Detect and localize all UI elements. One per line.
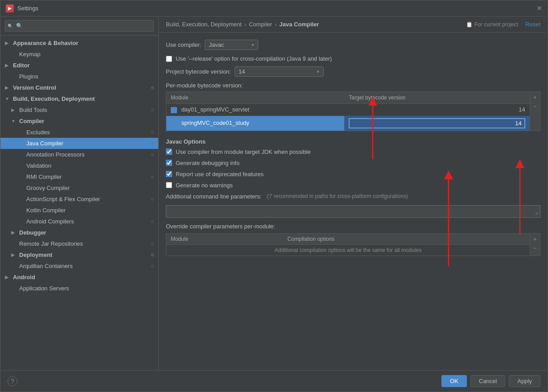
version-cell: 14 bbox=[344, 104, 529, 116]
close-button[interactable]: ✕ bbox=[536, 4, 542, 12]
sidebar-label-android-compilers: Android Compilers bbox=[26, 218, 74, 225]
sidebar-item-debugger[interactable]: ▶ Debugger bbox=[0, 227, 158, 238]
table-row-selected[interactable]: springMVC_code01_study bbox=[166, 116, 530, 131]
sidebar-label-rmi: RMI Compiler bbox=[26, 173, 62, 180]
sidebar-item-compiler[interactable]: ▼ Compiler bbox=[0, 116, 158, 127]
arrow-icon: ▶ bbox=[5, 41, 11, 45]
module-icon bbox=[171, 120, 177, 127]
sidebar-item-actionscript[interactable]: ActionScript & Flex Compiler ⎋ bbox=[0, 194, 158, 205]
sidebar-item-annotation[interactable]: Annotation Processors ⎋ bbox=[0, 149, 158, 160]
sidebar-item-application-servers[interactable]: Application Servers bbox=[0, 283, 158, 294]
expand-icon[interactable]: ⤢ bbox=[535, 211, 539, 216]
javac-opt-4-row: Generate no warnings bbox=[166, 182, 540, 189]
help-button[interactable]: ? bbox=[8, 376, 17, 386]
compiler-select[interactable]: Javac Eclipse Ajc bbox=[205, 40, 258, 50]
sidebar-label-editor: Editor bbox=[13, 62, 30, 69]
sidebar-item-excludes[interactable]: Excludes ⎋ bbox=[0, 127, 158, 138]
arrow-icon: ▼ bbox=[11, 119, 17, 124]
bytecode-select-wrap: 891011 12131415 bbox=[235, 66, 324, 77]
bytecode-version-select[interactable]: 891011 12131415 bbox=[235, 66, 324, 77]
arrow-icon: ▶ bbox=[11, 107, 17, 112]
sidebar-item-deployment[interactable]: ▶ Deployment ⎋ bbox=[0, 249, 158, 260]
ok-button[interactable]: OK bbox=[441, 375, 467, 387]
sidebar-item-appearance[interactable]: ▶ Appearance & Behavior bbox=[0, 37, 158, 49]
release-option-checkbox[interactable] bbox=[166, 56, 172, 62]
sidebar-item-keymap[interactable]: Keymap bbox=[0, 49, 158, 60]
sidebar-label-groovy: Groovy Compiler bbox=[26, 185, 70, 191]
additional-params-input[interactable] bbox=[166, 205, 540, 218]
remove-module-button[interactable]: − bbox=[531, 102, 539, 111]
reset-button[interactable]: Reset bbox=[525, 21, 540, 28]
sidebar-label-keymap: Keymap bbox=[19, 51, 41, 58]
content-area: ▶ Appearance & Behavior Keymap ▶ Editor … bbox=[0, 17, 548, 370]
override-empty-text: Additional compilation options will be t… bbox=[166, 244, 530, 256]
sidebar-label-application-servers: Application Servers bbox=[19, 285, 69, 292]
sidebar-item-build-execution[interactable]: ▼ Build, Execution, Deployment bbox=[0, 93, 158, 104]
version-cell-selected[interactable] bbox=[344, 116, 529, 131]
sidebar-item-version-control[interactable]: ▶ Version Control ⎋ bbox=[0, 82, 158, 93]
arrow-icon: ▶ bbox=[5, 85, 11, 90]
additional-params-wrap: ⤢ bbox=[166, 205, 540, 218]
javac-options-title: Javac Options bbox=[166, 138, 540, 145]
compiler-row: Use compiler: Javac Eclipse Ajc bbox=[166, 40, 540, 50]
override-options-col: Compilation options bbox=[283, 234, 530, 245]
sidebar-label-build-tools: Build Tools bbox=[19, 107, 47, 113]
external-icon: ⎋ bbox=[151, 197, 154, 202]
override-side-buttons: + − bbox=[530, 234, 540, 256]
external-icon: ⎋ bbox=[151, 252, 154, 257]
compiler-select-wrap: Javac Eclipse Ajc bbox=[205, 40, 258, 50]
sidebar-label-annotation: Annotation Processors bbox=[26, 151, 85, 158]
generate-no-warnings-checkbox[interactable] bbox=[166, 182, 172, 188]
add-override-button[interactable]: + bbox=[531, 235, 539, 243]
module-col-header: Module bbox=[166, 92, 344, 104]
use-compiler-module-checkbox[interactable] bbox=[166, 149, 172, 155]
sidebar-item-groovy[interactable]: Groovy Compiler bbox=[0, 182, 158, 194]
sidebar-label-plugins: Plugins bbox=[19, 73, 38, 80]
javac-opt-1-row: Use compiler from module target JDK when… bbox=[166, 149, 540, 155]
additional-params-hint: ('/' recommended in paths for cross-plat… bbox=[267, 193, 408, 199]
use-compiler-label: Use compiler: bbox=[166, 41, 201, 48]
external-icon: ⎋ bbox=[151, 174, 154, 179]
sidebar-item-editor[interactable]: ▶ Editor bbox=[0, 60, 158, 71]
javac-opt-4-label: Generate no warnings bbox=[176, 182, 233, 189]
search-input[interactable] bbox=[5, 20, 154, 32]
external-icon: ⎋ bbox=[151, 219, 154, 224]
module-table: Module Target bytecode version day01_spr… bbox=[166, 92, 530, 131]
module-table-wrapper: Module Target bytecode version day01_spr… bbox=[166, 91, 540, 131]
sidebar-item-validation[interactable]: Validation bbox=[0, 160, 158, 171]
javac-opt-2-label: Generate debugging info bbox=[176, 160, 239, 166]
release-option-row: Use '--release' option for cross-compila… bbox=[166, 55, 540, 62]
report-deprecated-checkbox[interactable] bbox=[166, 171, 172, 177]
table-side-buttons: + − bbox=[530, 92, 540, 131]
external-icon: ⎋ bbox=[151, 152, 154, 157]
sidebar-item-rmi[interactable]: RMI Compiler ⎋ bbox=[0, 171, 158, 182]
sidebar-item-java-compiler[interactable]: Java Compiler ⎋ bbox=[0, 138, 158, 149]
version-input[interactable] bbox=[349, 118, 525, 128]
sidebar-item-android[interactable]: ▶ Android bbox=[0, 272, 158, 283]
external-icon: ⎋ bbox=[151, 264, 154, 268]
cancel-button[interactable]: Cancel bbox=[470, 375, 505, 387]
apply-button[interactable]: Apply bbox=[509, 375, 540, 387]
sidebar-item-remote-jar[interactable]: Remote Jar Repositories ⎋ bbox=[0, 238, 158, 249]
remove-override-button[interactable]: − bbox=[531, 243, 539, 252]
sidebar-item-arquillian[interactable]: Arquillian Containers ⎋ bbox=[0, 260, 158, 272]
sidebar-label-arquillian: Arquillian Containers bbox=[19, 263, 73, 269]
arrow-icon: ▶ bbox=[5, 63, 11, 68]
sidebar: ▶ Appearance & Behavior Keymap ▶ Editor … bbox=[0, 17, 159, 370]
title-bar: ▶ Settings ✕ bbox=[0, 0, 548, 17]
arrow-icon: ▶ bbox=[11, 252, 17, 257]
per-module-label: Per-module bytecode version: bbox=[166, 82, 540, 89]
sidebar-item-android-compilers[interactable]: Android Compilers ⎋ bbox=[0, 216, 158, 227]
add-module-button[interactable]: + bbox=[531, 93, 539, 102]
sidebar-label-java-compiler: Java Compiler bbox=[26, 140, 63, 147]
table-row[interactable]: day01_springMVC_servlet 14 bbox=[166, 104, 530, 116]
additional-params-label: Additional command line parameters: bbox=[166, 193, 262, 200]
sidebar-item-plugins[interactable]: Plugins bbox=[0, 71, 158, 82]
arrow-icon: ▶ bbox=[11, 230, 17, 235]
sidebar-item-build-tools[interactable]: ▶ Build Tools ⎋ bbox=[0, 104, 158, 116]
module-icon bbox=[171, 107, 177, 113]
generate-debugging-checkbox[interactable] bbox=[166, 160, 172, 166]
external-icon: ⎋ bbox=[151, 85, 154, 90]
sidebar-item-kotlin[interactable]: Kotlin Compiler bbox=[0, 205, 158, 216]
override-label: Override compiler parameters per-module: bbox=[166, 223, 540, 230]
